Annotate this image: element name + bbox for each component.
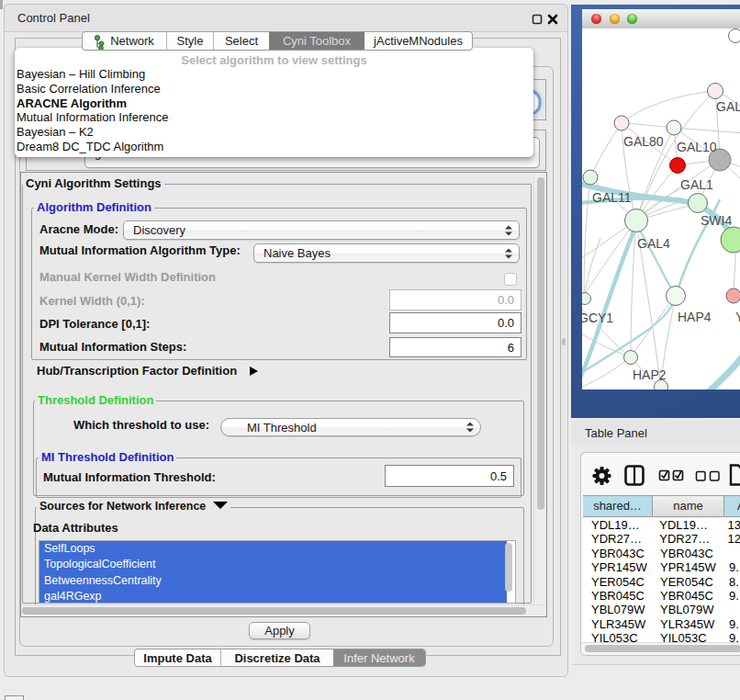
svg-text:GAL80: GAL80 xyxy=(623,134,664,149)
svg-text:HAP2: HAP2 xyxy=(633,367,667,382)
svg-text:SWI4: SWI4 xyxy=(701,213,732,228)
svg-text:GAL7: GAL7 xyxy=(716,99,740,114)
svg-text:GAL10: GAL10 xyxy=(677,140,717,154)
svg-text:GCY1: GCY1 xyxy=(582,310,613,325)
svg-text:GAL1: GAL1 xyxy=(680,177,713,192)
svg-text:GAL4: GAL4 xyxy=(637,236,670,251)
svg-text:HAP4: HAP4 xyxy=(678,310,712,324)
svg-text:YP: YP xyxy=(735,310,740,324)
svg-text:GAL11: GAL11 xyxy=(592,190,632,205)
